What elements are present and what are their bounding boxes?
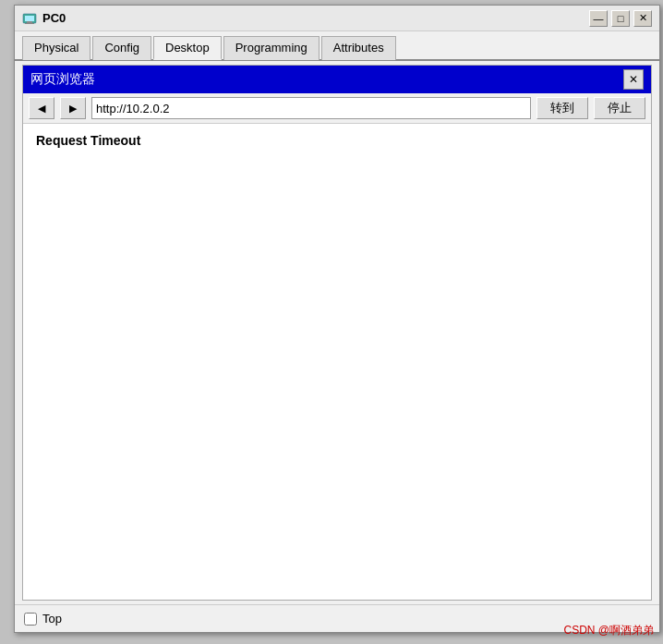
back-button[interactable]: ◀	[29, 97, 54, 119]
url-input[interactable]	[91, 97, 531, 119]
close-button[interactable]: ✕	[633, 10, 652, 27]
top-checkbox[interactable]	[24, 613, 37, 626]
tab-physical[interactable]: Physical	[22, 36, 90, 60]
content-area: 网页浏览器 ✕ ◀ ▶ 转到 停止 Request Timeout	[22, 65, 652, 601]
browser-body: Request Timeout	[23, 124, 651, 600]
tab-programming[interactable]: Programming	[223, 36, 319, 60]
window-icon	[22, 11, 37, 26]
title-buttons: — □ ✕	[589, 10, 652, 27]
tab-desktop[interactable]: Desktop	[153, 36, 222, 60]
stop-button[interactable]: 停止	[594, 97, 645, 119]
window-title: PC0	[42, 11, 66, 25]
title-bar-left: PC0	[22, 11, 66, 26]
svg-rect-3	[25, 23, 34, 24]
request-timeout-text: Request Timeout	[36, 133, 638, 148]
browser-title: 网页浏览器	[30, 71, 95, 88]
tab-config[interactable]: Config	[92, 36, 151, 60]
tab-bar: Physical Config Desktop Programming Attr…	[15, 31, 659, 61]
forward-button[interactable]: ▶	[60, 97, 86, 119]
minimize-button[interactable]: —	[589, 10, 608, 27]
svg-rect-1	[25, 16, 34, 21]
maximize-button[interactable]: □	[611, 10, 630, 27]
main-window: PC0 — □ ✕ Physical Config Desktop Progra…	[14, 5, 660, 633]
title-bar: PC0 — □ ✕	[15, 6, 659, 31]
browser-header: 网页浏览器 ✕	[23, 66, 651, 93]
go-button[interactable]: 转到	[536, 97, 588, 119]
top-label: Top	[42, 612, 62, 626]
browser-close-button[interactable]: ✕	[623, 69, 644, 90]
tab-attributes[interactable]: Attributes	[321, 36, 396, 60]
watermark: CSDN @啊酒弟弟	[563, 623, 654, 638]
bottom-bar: Top	[15, 604, 659, 632]
browser-toolbar: ◀ ▶ 转到 停止	[23, 93, 651, 124]
svg-rect-2	[27, 21, 32, 23]
